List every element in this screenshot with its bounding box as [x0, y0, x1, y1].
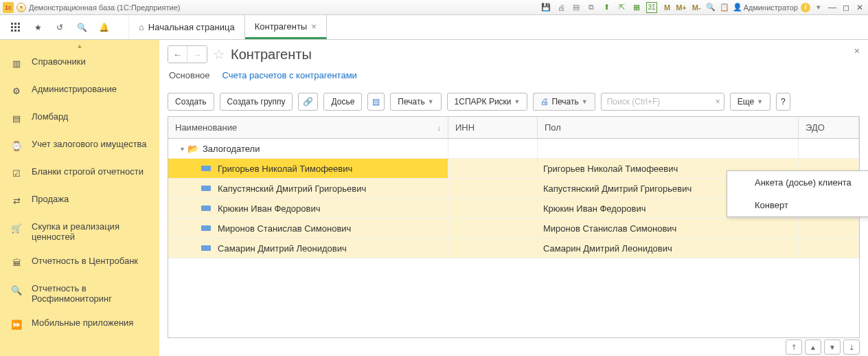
row-full: Миронов Станислав Симонович — [538, 219, 799, 238]
sidebar-item-collateral[interactable]: ⌚ Учет залогового имущества — [0, 132, 159, 159]
clear-search-icon[interactable]: × — [716, 97, 720, 107]
more-button[interactable]: Еще▼ — [730, 93, 770, 111]
expand-toggle-icon[interactable]: ▾ — [176, 145, 187, 153]
calculator-icon[interactable]: ▦ — [631, 2, 642, 13]
svg-rect-6 — [11, 30, 13, 32]
m-minus-button[interactable]: M- — [691, 3, 703, 12]
maximize-button[interactable]: ◻ — [841, 3, 852, 12]
col-name-header[interactable]: Наименование↓ — [168, 117, 448, 138]
content-area: × ← → ☆ Контрагенты Основное Счета расче… — [159, 40, 868, 356]
sidebar-label: Справочники — [32, 56, 86, 67]
user-icon: 👤 — [733, 3, 742, 12]
prev-row-button[interactable]: ▲ — [805, 340, 821, 355]
sidebar-item-centralbank[interactable]: 🏛 Отчетность в Центробанк — [0, 249, 159, 276]
sidebar-item-buyout[interactable]: 🛒 Скупка и реализация ценностей — [0, 214, 159, 249]
row-inn — [448, 199, 538, 218]
sidebar-item-admin[interactable]: ⚙ Администрирование — [0, 77, 159, 104]
form-icon: ☑ — [10, 166, 23, 180]
minimize-button[interactable]: — — [827, 3, 838, 12]
last-row-button[interactable]: ⤓ — [843, 340, 860, 355]
search-input[interactable] — [601, 93, 724, 111]
sidebar-item-forms[interactable]: ☑ Бланки строгой отчетности — [0, 159, 159, 187]
col-edo-header[interactable]: ЭДО — [799, 117, 859, 138]
svg-rect-4 — [14, 26, 16, 28]
save-icon[interactable]: 💾 — [540, 2, 551, 13]
sidebar-collapse-icon[interactable]: ▲ — [0, 43, 159, 49]
title-bar: 1c ▾ Демонстрационная база (1С:Предприят… — [0, 0, 868, 15]
arrow-out-icon[interactable]: ⇱ — [616, 2, 627, 13]
sidebar-label: Ломбард — [32, 111, 68, 122]
tab-close-icon[interactable]: × — [311, 21, 317, 32]
app-menu-dropdown-icon[interactable]: ▾ — [16, 3, 26, 12]
user-chip[interactable]: 👤 Администратор — [733, 3, 798, 12]
help-button[interactable]: ? — [776, 93, 790, 111]
history-icon[interactable]: ↺ — [54, 21, 66, 34]
calendar-icon[interactable]: 31 — [646, 2, 657, 13]
forward-button[interactable]: → — [187, 46, 207, 63]
first-row-button[interactable]: ⤒ — [786, 340, 802, 355]
subtab-main[interactable]: Основное — [169, 70, 210, 83]
row-name: Самарин Дмитрий Леонидович — [218, 243, 347, 254]
print-icon[interactable]: 🖨 — [556, 2, 567, 13]
sidebar-item-sales[interactable]: ⇄ Продажа — [0, 187, 159, 214]
group-row[interactable]: ▾ 📂 Залогодатели — [168, 139, 859, 159]
info-icon[interactable]: i — [801, 3, 810, 12]
home-icon: ⌂ — [139, 22, 144, 32]
svg-rect-1 — [14, 23, 16, 25]
search-icon[interactable]: 🔍 — [76, 21, 88, 34]
next-row-button[interactable]: ▼ — [824, 340, 841, 355]
dropdown-item-envelope[interactable]: Конверт — [727, 194, 868, 216]
sidebar-item-pawnshop[interactable]: ▤ Ломбард — [0, 104, 159, 132]
table-row[interactable]: Миронов Станислав СимоновичМиронов Стани… — [168, 219, 859, 238]
sidebar-item-references[interactable]: ▥ Справочники — [0, 49, 159, 77]
page-title: Контрагенты — [231, 47, 312, 63]
create-button[interactable]: Создать — [168, 93, 214, 111]
close-button[interactable]: ✕ — [854, 3, 865, 12]
dropdown-item-dossier[interactable]: Анкета (досье) клиента — [727, 171, 868, 194]
dossier-button[interactable]: Досье — [323, 93, 362, 111]
clipboard-icon[interactable]: 📋 — [719, 2, 730, 13]
sidebar-item-mobile[interactable]: ⏩ Мобильные приложения — [0, 311, 159, 338]
back-button[interactable]: ← — [168, 46, 187, 63]
subtab-accounts-link[interactable]: Счета расчетов с контрагентами — [222, 70, 357, 83]
item-icon — [201, 186, 211, 191]
link-icon: 🔗 — [303, 97, 313, 107]
star-icon[interactable]: ★ — [32, 21, 44, 34]
bell-icon[interactable]: 🔔 — [98, 21, 110, 34]
col-full-header[interactable]: Пол — [538, 117, 799, 138]
svg-rect-0 — [11, 23, 13, 25]
basket-icon: 🛒 — [10, 221, 23, 235]
link-button[interactable]: 🔗 — [298, 93, 318, 111]
dropdown-caret-icon[interactable]: ▾ — [813, 2, 824, 13]
m-plus-button[interactable]: M+ — [674, 3, 688, 12]
col-inn-header[interactable]: ИНН — [448, 117, 538, 138]
grid-header: Наименование↓ ИНН Пол ЭДО — [168, 117, 859, 139]
tab-counterparties[interactable]: Контрагенты × — [245, 15, 327, 39]
svg-rect-5 — [18, 26, 20, 28]
grid-footer-nav: ⤒ ▲ ▼ ⤓ — [168, 338, 860, 356]
chevron-down-icon: ▼ — [757, 98, 763, 105]
user-name: Администратор — [744, 3, 798, 12]
toolbar: Создать Создать группу 🔗 Досье ▤ Печать▼… — [168, 93, 860, 111]
print2-button[interactable]: 🖨Печать▼ — [533, 93, 595, 111]
preview-icon[interactable]: ▤ — [571, 2, 582, 13]
chevron-down-icon: ▼ — [582, 98, 588, 105]
favorite-star-icon[interactable]: ☆ — [213, 46, 225, 63]
zoom-icon[interactable]: 🔍 — [705, 2, 716, 13]
row-inn — [448, 179, 538, 198]
m-button[interactable]: M — [663, 3, 672, 12]
arrow-up-icon[interactable]: ⬆ — [601, 2, 612, 13]
spark-risks-button[interactable]: 1СПАРК Риски▼ — [447, 93, 528, 111]
row-full: Самарин Дмитрий Леонидович — [538, 238, 799, 258]
create-group-button[interactable]: Создать группу — [220, 93, 293, 111]
properties-button[interactable]: ▤ — [367, 93, 385, 111]
print-button[interactable]: Печать▼ — [390, 93, 441, 111]
table-row[interactable]: Самарин Дмитрий ЛеонидовичСамарин Дмитри… — [168, 238, 859, 258]
chevron-down-icon: ▼ — [514, 98, 521, 105]
tab-home[interactable]: ⌂ Начальная страница — [129, 15, 245, 39]
apps-grid-icon[interactable] — [10, 21, 22, 34]
gear-icon: ⚙ — [10, 84, 23, 98]
sidebar-item-finmonitoring[interactable]: 🔍 Отчетность в Росфинмониторинг — [0, 276, 159, 311]
compare-icon[interactable]: ⧉ — [586, 2, 597, 13]
close-page-icon[interactable]: × — [854, 45, 860, 56]
